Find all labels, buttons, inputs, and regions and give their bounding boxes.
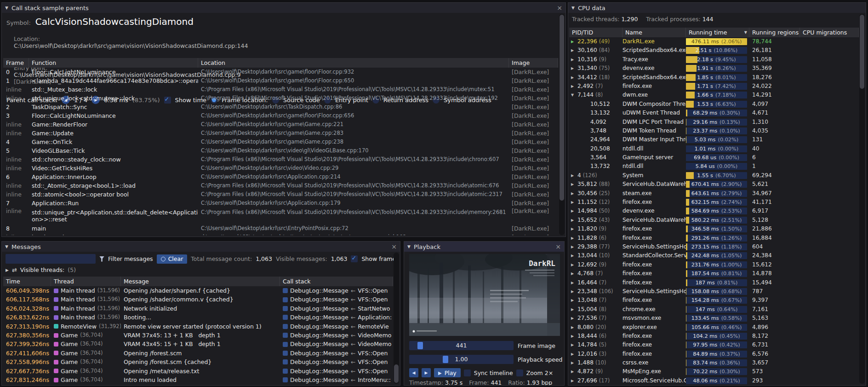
column-header-image[interactable]: Image	[509, 58, 558, 68]
show-frame-checkbox[interactable]	[351, 255, 358, 262]
callstack-frame-row[interactable]: inline std::unique_ptr<Application,std::…	[3, 208, 558, 224]
message-row[interactable]: 606,049,398ns Main thread (31,596) Openi…	[3, 286, 393, 295]
message-row[interactable]: 627,558,996ns Game (36,704) Opening /for…	[3, 358, 393, 366]
cpu-process-row[interactable]: ▶ 1,488 (10) csrss.exe 83.74 ms(0.36%) 3…	[569, 358, 859, 367]
column-header-running-regions[interactable]: Running regions	[749, 28, 800, 37]
expand-arrow-icon[interactable]: ▶	[571, 341, 576, 349]
expand-arrow-icon[interactable]: ▶	[571, 367, 576, 376]
callstack-frame-row[interactable]: 1 <lambda_84a19dc444fae966ca174e83e708bd…	[3, 76, 558, 85]
expand-arrow-icon[interactable]: ▶	[571, 82, 576, 91]
expand-arrow-icon[interactable]: ▶	[571, 198, 576, 207]
column-header-pid-tid[interactable]: PID/TID	[569, 28, 622, 37]
callstack-button-icon[interactable]	[283, 377, 288, 382]
cpu-process-row[interactable]: ▶ 13,048 (7) firefox.exe 154.28 ms(0.67%…	[569, 296, 859, 305]
close-icon[interactable]: ×	[557, 5, 562, 11]
cpu-process-row[interactable]: ▶ 27,536 (7) msvsmon.exe 133.45 ms(0.58%…	[569, 314, 859, 323]
cpu-titlebar[interactable]: ▼ CPU data	[568, 3, 866, 13]
cpu-process-row[interactable]: 20,508 ntdll.dll 1.01 ms(0.00%) 40 25(62…	[569, 144, 859, 153]
callstack-frame-row[interactable]: inline Video::GetTicksHiRes C:\Users\wol…	[3, 164, 558, 173]
expand-arrow-icon[interactable]: ▶	[571, 332, 576, 341]
expand-arrow-icon[interactable]: ▶	[6, 268, 9, 272]
message-row[interactable]: 626,833,622ns Main thread (31,596) Booti…	[3, 313, 393, 322]
scrollbar-thumb[interactable]	[560, 15, 564, 201]
callstack-frame-row[interactable]: inline std::_Atomic_storage<bool,1>::loa…	[3, 181, 558, 190]
expand-arrow-icon[interactable]: ▶	[571, 216, 576, 225]
cpu-process-row[interactable]: 13,132 uDWM Event Thread 68.29 ms(0.30%)…	[569, 109, 859, 117]
visible-threads-line[interactable]: ▶ ⇄ Visible threads: (5)	[2, 264, 400, 273]
callstack-frame-row[interactable]: 3 Floor::CalcLightNoLuminance C:\Users\w…	[3, 111, 558, 120]
expand-arrow-icon[interactable]: ▶	[571, 73, 576, 82]
callstack-frame-row[interactable]: inline Game::Update C:\Users\wolf\Deskto…	[3, 129, 558, 138]
cpu-process-row[interactable]: ▶ 8,080 (20) explorer.exe 105.66 ms(0.46…	[569, 323, 859, 332]
column-header-function[interactable]: Function	[29, 58, 198, 68]
play-button[interactable]: ▶Play	[434, 368, 461, 377]
collapse-icon[interactable]: ▼	[571, 6, 575, 10]
callstack-button-icon[interactable]	[283, 359, 288, 364]
column-header-thread[interactable]: Thread	[51, 277, 121, 286]
cpu-process-row[interactable]: 24,964 DWM Master Input Threa 5.03 ms(0.…	[569, 135, 859, 144]
expand-arrow-icon[interactable]: ▶	[571, 296, 576, 305]
expand-arrow-icon[interactable]: ▶	[571, 189, 576, 198]
expand-arrow-icon[interactable]: ▶	[571, 243, 576, 251]
callstack-frame-row[interactable]: 5 VideoGLBase::Tick C:\Users\wolf\Deskto…	[3, 146, 558, 155]
cpu-process-row[interactable]: ▶ 2,492 (7) firefox.exe 1.71 s(7.42%) 24…	[569, 82, 859, 91]
callstack-button-icon[interactable]	[283, 297, 288, 302]
column-header-time[interactable]: Time	[3, 277, 51, 286]
column-header-name[interactable]: Name	[622, 28, 686, 37]
filter-input[interactable]	[6, 254, 96, 264]
column-header-frame[interactable]: Frame	[3, 58, 29, 68]
callstack-frame-row[interactable]: inline invoke_main d:\agent\_work\63\s\s…	[3, 233, 558, 235]
expand-arrow-icon[interactable]: ▶	[571, 323, 576, 332]
column-header-running-time[interactable]: Running time▼	[686, 28, 749, 37]
expand-arrow-icon[interactable]: ▶	[571, 260, 576, 269]
callstack-frame-row[interactable]: 4 Game::OnTick C:\Users\wolf\Desktop\dar…	[3, 138, 558, 146]
message-row[interactable]: 627,313,190ns RemoteView (31,392) Remote…	[3, 322, 393, 331]
zoom-2x-checkbox[interactable]	[516, 370, 523, 376]
callstack-vertical-scrollbar[interactable]	[559, 14, 565, 235]
callstack-button-icon[interactable]	[283, 333, 288, 338]
callstack-frame-row[interactable]: 6 Application::InnerLoop C:\Users\wolf\D…	[3, 173, 558, 181]
expand-arrow-icon[interactable]: ▶	[571, 350, 576, 358]
cpu-process-row[interactable]: 13,732 ntdll.dll 5.84 us(0.00%) 1 0(0.00…	[569, 162, 859, 171]
message-row[interactable]: 627,667,736ns Game (36,704) Opening /met…	[3, 367, 393, 375]
expand-arrow-icon[interactable]: ▶	[571, 376, 576, 385]
cpu-process-row[interactable]: ▶ 30,160 (84) ScriptedSandbox64.exe 2.51…	[569, 46, 859, 55]
message-row[interactable]: 627,831,246ns Game (36,704) Intro menu l…	[3, 375, 393, 384]
collapse-icon[interactable]: ▼	[407, 244, 411, 249]
column-header-message[interactable]: Message	[121, 277, 280, 286]
expand-arrow-icon[interactable]: ▶	[571, 180, 576, 189]
expand-arrow-icon[interactable]: ▶	[571, 278, 576, 287]
expand-arrow-icon[interactable]: ▶	[571, 269, 576, 278]
callstack-frame-row[interactable]: inline std::chrono::steady_clock::now C:…	[3, 155, 558, 164]
expand-arrow-icon[interactable]: ▶	[571, 207, 576, 215]
cpu-process-row[interactable]: ▶ 4 (126) System 1.55 s(6.70%) 69,294 34…	[569, 171, 859, 180]
cpu-process-row[interactable]: ▶ 4,768 (7) firefox.exe 187.54 ms(0.81%)…	[569, 269, 859, 278]
message-row[interactable]: 626,024,328ns Main thread (31,596) Netwo…	[3, 304, 393, 313]
message-row[interactable]: 627,411,606ns Game (36,704) Opening /for…	[3, 349, 393, 358]
cpu-process-row[interactable]: ▶ 31,340 (75) devenv.exe 1.91 s(8.26%) 3…	[569, 64, 859, 73]
cpu-process-row[interactable]: ▼ 7,144 (8) dwm.exe 1.66 s(7.18%) 14,291…	[569, 91, 859, 99]
step-forward-button[interactable]: ▶	[422, 368, 431, 377]
expand-arrow-icon[interactable]: ▶	[571, 171, 576, 180]
callstack-frame-row[interactable]: 7 Application::Run C:\Users\wolf\Desktop…	[3, 199, 558, 208]
message-row[interactable]: 606,117,568ns Main thread (31,596) Openi…	[3, 295, 393, 304]
callstack-button-icon[interactable]	[283, 351, 288, 356]
cpu-process-row[interactable]: ▶ 10,316 (9) Tracy.exe 2.18 s(9.45%) 11,…	[569, 55, 859, 64]
cpu-process-row[interactable]: ▶ 15,004 (8) chrome.exe 147 ms(0.64%) 7,…	[569, 305, 859, 314]
column-header-cpu-migrations[interactable]: CPU migrations	[800, 28, 859, 37]
cpu-process-row[interactable]: 4,092 DWM LPC Port Thread 29.16 ms(0.13%…	[569, 118, 859, 127]
cpu-process-row[interactable]: ▶ 30,456 (25) steam.exe 643.61 ms(2.79%)…	[569, 189, 859, 198]
expand-arrow-icon[interactable]: ▶	[571, 64, 576, 73]
collapse-icon[interactable]: ▼	[5, 244, 8, 249]
message-row[interactable]: 627,380,356ns Game (36,704) VRAM 37x45: …	[3, 331, 393, 340]
cpu-process-row[interactable]: ▶ 16,464 (7) firefox.exe 187 ms(0.81%) 1…	[569, 278, 859, 287]
cpu-process-row[interactable]: ▶ 13,044 (10) StandardCollector.Servic 2…	[569, 251, 859, 260]
cpu-process-row[interactable]: ▶ 23,348 (106) ServiceHub.SettingsHost 1…	[569, 287, 859, 296]
cpu-process-row[interactable]: 3,748 DWM Token Thread 23.37 ms(0.10%) 4…	[569, 127, 859, 135]
callstack-frame-row[interactable]: 8 main C:\Users\wolf\Desktop\darkrl\src\…	[3, 224, 558, 233]
clear-button[interactable]: Clear	[157, 254, 188, 264]
callstack-button-icon[interactable]	[283, 315, 288, 320]
cpu-process-row[interactable]: ▶ 4,872 (9) MsMpEng.exe 70.22 ms(0.30%) …	[569, 367, 859, 376]
scrollbar-thumb[interactable]	[394, 364, 399, 383]
playback-speed-slider[interactable]: 1.00	[409, 355, 514, 364]
